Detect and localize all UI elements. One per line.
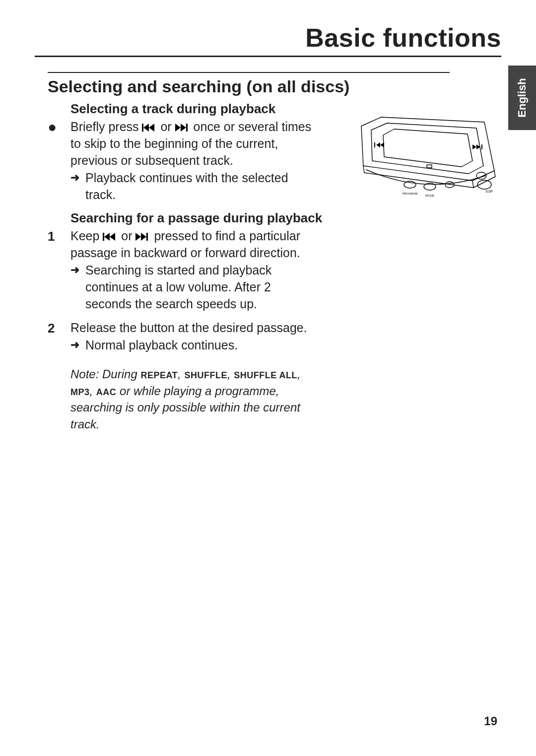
svg-marker-21 [380, 142, 384, 147]
mode-repeat: REPEAT [140, 370, 178, 380]
manual-page: Basic functions English Selecting and se… [0, 0, 536, 756]
section-title: Selecting and searching (on all discs) [48, 72, 450, 96]
device-illustration: PROGRAM MODE ESP [351, 111, 500, 206]
chapter-title: Basic functions [35, 23, 501, 57]
svg-rect-0 [142, 124, 143, 132]
select-track-result: Playback continues with the selected tra… [85, 170, 319, 204]
result-arrow-icon: ➜ [70, 337, 85, 353]
svg-marker-8 [110, 233, 115, 241]
result-arrow-icon: ➜ [70, 170, 85, 186]
page-number: 19 [484, 714, 497, 728]
mode-aac: AAC [96, 387, 117, 397]
svg-marker-4 [181, 124, 186, 132]
svg-marker-2 [149, 124, 154, 132]
result-arrow-icon: ➜ [70, 262, 85, 278]
svg-marker-14 [383, 129, 472, 167]
svg-rect-20 [427, 165, 432, 168]
svg-marker-13 [371, 123, 483, 174]
btn-label-program: PROGRAM [402, 192, 417, 195]
svg-marker-24 [472, 144, 476, 149]
note: Note: During REPEAT, SHUFFLE, SHUFFLE AL… [70, 366, 319, 432]
language-tab: English [508, 66, 536, 130]
step-number-2: 2 [48, 320, 70, 337]
skip-forward-icon [175, 120, 194, 134]
btn-label-esp: ESP [486, 190, 493, 193]
svg-marker-7 [104, 233, 110, 241]
svg-marker-3 [175, 124, 181, 132]
subheading-search-passage: Searching for a passage during playback [70, 210, 450, 226]
svg-rect-23 [374, 142, 375, 147]
svg-rect-6 [103, 233, 104, 241]
search-step1: Keep or pressed to find a particular pas… [70, 228, 319, 313]
mode-mp3: MP3 [70, 387, 90, 397]
svg-rect-5 [186, 124, 188, 132]
search-step2-result: Normal playback continues. [85, 337, 319, 354]
bullet-marker: ● [48, 119, 70, 135]
svg-marker-12 [361, 117, 494, 181]
search-step1-result: Searching is started and playback contin… [85, 262, 319, 312]
svg-rect-11 [146, 233, 148, 241]
btn-label-mode: MODE [425, 194, 434, 197]
search-step2: Release the button at the desired passag… [70, 320, 319, 354]
select-track-instruction: Briefly press or once or several times t… [70, 119, 319, 204]
skip-back-icon [103, 229, 121, 243]
language-tab-label: English [516, 78, 529, 117]
step-number-1: 1 [48, 228, 70, 245]
skip-forward-icon [135, 229, 154, 243]
svg-rect-26 [481, 144, 482, 149]
svg-marker-10 [141, 233, 146, 241]
svg-marker-9 [135, 233, 141, 241]
mode-shuffle-all: SHUFFLE ALL [234, 370, 297, 380]
svg-marker-22 [376, 142, 380, 147]
mode-shuffle: SHUFFLE [184, 370, 227, 380]
svg-marker-1 [143, 124, 149, 132]
skip-back-icon [142, 120, 160, 134]
